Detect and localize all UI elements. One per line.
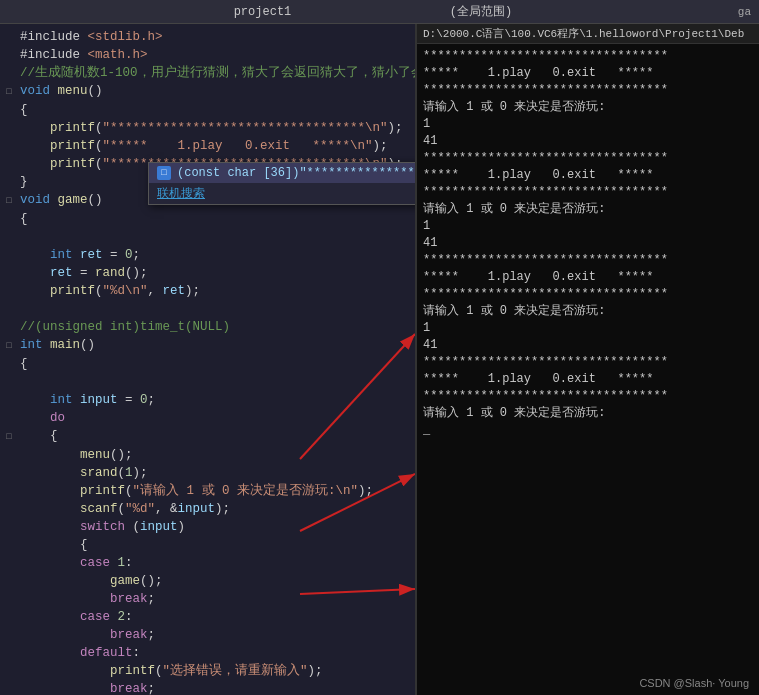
console-panel: D:\2000.C语言\100.VC6程序\1.helloword\Projec… [415,24,759,695]
console-line: 41 [423,133,753,150]
code-lines: #include <stdlib.h> #include <math.h> //… [0,24,415,695]
console-line: ********************************** [423,252,753,269]
autocomplete-item[interactable]: □ (const char [36])"********************… [149,163,415,183]
line-content: #include <math.h> [18,46,415,64]
console-line: ********************************** [423,184,753,201]
code-line [0,300,415,318]
line-content: printf("***** 1.play 0.exit *****\n"); [18,137,415,155]
line-content: case 1: [18,554,415,572]
code-line: { [0,536,415,554]
console-line: ********************************** [423,48,753,65]
console-line: 请输入 1 或 0 来决定是否游玩: [423,99,753,116]
line-content: case 2: [18,608,415,626]
title-bar: project1 (全局范围) ga [0,0,759,24]
code-editor[interactable]: #include <stdlib.h> #include <math.h> //… [0,24,415,695]
code-line: break; [0,680,415,695]
line-gutter: □ [0,337,18,355]
line-content: { [18,427,415,445]
code-line: menu(); [0,446,415,464]
code-line: srand(1); [0,464,415,482]
code-line: □ void menu() [0,82,415,101]
code-line: { [0,210,415,228]
autocomplete-icon: □ [157,166,171,180]
line-content: scanf("%d", &input); [18,500,415,518]
line-content: break; [18,626,415,644]
console-line: 1 [423,320,753,337]
console-line: ***** 1.play 0.exit ***** [423,269,753,286]
code-line: printf("%d\n", ret); [0,282,415,300]
code-line: int input = 0; [0,391,415,409]
console-content: ********************************** *****… [417,44,759,443]
line-content [18,300,415,318]
line-content: int main() [18,336,415,354]
console-line: ***** 1.play 0.exit ***** [423,167,753,184]
console-line: _ [423,422,753,439]
code-line: { [0,101,415,119]
line-content: ret = rand(); [18,264,415,282]
line-content: printf("%d\n", ret); [18,282,415,300]
console-line: 请输入 1 或 0 来决定是否游玩: [423,303,753,320]
autocomplete-text: (const char [36])"**********************… [177,166,415,180]
line-content: printf("请输入 1 或 0 来决定是否游玩:\n"); [18,482,415,500]
line-content: printf("选择错误，请重新输入"); [18,662,415,680]
line-content: menu(); [18,446,415,464]
code-line: printf("选择错误，请重新输入"); [0,662,415,680]
line-content: #include <stdlib.h> [18,28,415,46]
line-content: int input = 0; [18,391,415,409]
console-line: ********************************** [423,388,753,405]
autocomplete-popup[interactable]: □ (const char [36])"********************… [148,162,415,205]
console-title-text: D:\2000.C语言\100.VC6程序\1.helloword\Projec… [423,28,744,40]
console-line: ***** 1.play 0.exit ***** [423,371,753,388]
console-line: ********************************** [423,150,753,167]
line-content: do [18,409,415,427]
line-content: printf("********************************… [18,119,415,137]
line-content: { [18,101,415,119]
code-line: case 1: [0,554,415,572]
line-gutter: □ [0,192,18,210]
code-line: switch (input) [0,518,415,536]
console-line: 1 [423,116,753,133]
code-line: □ { [0,427,415,446]
code-line: case 2: [0,608,415,626]
code-line: game(); [0,572,415,590]
console-line: 1 [423,218,753,235]
project-name: project1 [234,5,292,19]
line-content [18,373,415,391]
line-gutter: □ [0,83,18,101]
code-line: break; [0,590,415,608]
line-content: { [18,210,415,228]
line-content: default: [18,644,415,662]
code-line: #include <math.h> [0,46,415,64]
console-line: 41 [423,337,753,354]
online-search-link[interactable]: 联机搜索 [149,183,415,204]
line-content: srand(1); [18,464,415,482]
code-line [0,228,415,246]
code-line: int ret = 0; [0,246,415,264]
code-line: □ int main() [0,336,415,355]
line-content: //生成随机数1-100，用户进行猜测，猜大了会返回猜大了，猜小了会返回猜小了，… [18,64,415,82]
bottom-credit: CSDN @Slash· Young [639,677,749,689]
console-line: ********************************** [423,286,753,303]
line-content: game(); [18,572,415,590]
code-line: printf("********************************… [0,119,415,137]
line-content: int ret = 0; [18,246,415,264]
console-line: ***** 1.play 0.exit ***** [423,65,753,82]
scope-label: (全局范围) [450,5,512,19]
console-line: 请输入 1 或 0 来决定是否游玩: [423,405,753,422]
code-line: break; [0,626,415,644]
line-content: { [18,355,415,373]
line-content: break; [18,680,415,695]
line-content: break; [18,590,415,608]
code-line: #include <stdlib.h> [0,28,415,46]
console-title-bar: D:\2000.C语言\100.VC6程序\1.helloword\Projec… [417,24,759,44]
code-line: printf("***** 1.play 0.exit *****\n"); [0,137,415,155]
code-line [0,373,415,391]
line-content: { [18,536,415,554]
editor-container: #include <stdlib.h> #include <math.h> //… [0,24,759,695]
code-line: do [0,409,415,427]
code-line: ret = rand(); [0,264,415,282]
code-line: { [0,355,415,373]
line-content [18,228,415,246]
console-line: ********************************** [423,354,753,371]
code-line: scanf("%d", &input); [0,500,415,518]
